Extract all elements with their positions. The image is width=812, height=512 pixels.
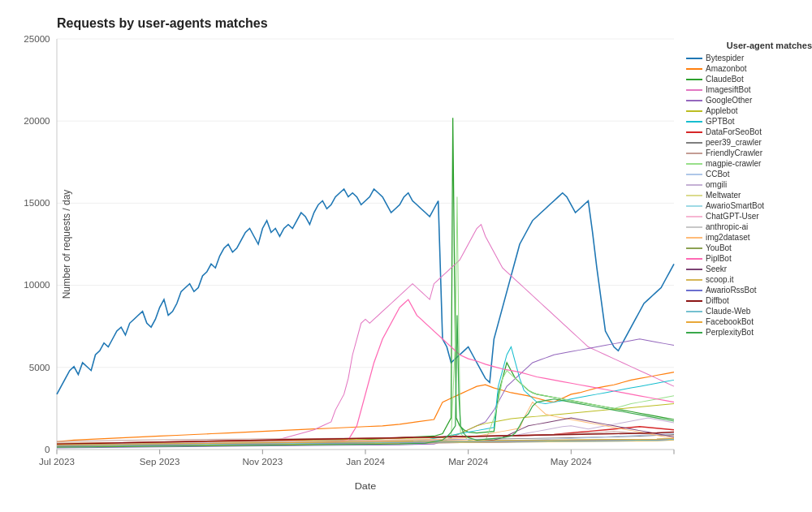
legend-item: anthropic-ai	[686, 222, 812, 231]
legend-color	[686, 174, 702, 175]
legend-item: Applebot	[686, 106, 812, 115]
legend-item: Claude-Web	[686, 307, 812, 316]
legend-color	[686, 216, 702, 217]
legend-item: peer39_crawler	[686, 138, 812, 147]
legend-label: ChatGPT-User	[706, 212, 759, 221]
legend-label: Diffbot	[706, 296, 729, 305]
magpie-line	[57, 197, 674, 446]
legend-label: DataForSeoBot	[706, 127, 762, 136]
legend-label: scoop.it	[706, 275, 733, 284]
legend-label: AwarioSmartBot	[706, 201, 764, 210]
legend-item: DataForSeoBot	[686, 127, 812, 136]
legend-color	[686, 142, 702, 144]
legend-label: GoogleOther	[706, 96, 752, 105]
legend-item: ImagesiftBot	[686, 85, 812, 94]
legend-color	[686, 269, 702, 270]
legend-item: AwarioRssBot	[686, 286, 812, 295]
legend-item: PiplBot	[686, 254, 812, 263]
legend-label: peer39_crawler	[706, 138, 762, 147]
legend-color	[686, 321, 702, 323]
legend-item: img2dataset	[686, 233, 812, 242]
legend-color	[686, 100, 702, 101]
legend-color	[686, 226, 702, 228]
legend-label: Bytespider	[706, 54, 744, 62]
legend-color	[686, 121, 702, 123]
legend-label: magpie-crawler	[706, 159, 761, 168]
legend-label: FriendlyCrawler	[706, 148, 762, 157]
legend-item: FacebookBot	[686, 317, 812, 326]
legend-label: FacebookBot	[706, 317, 754, 326]
legend-label: omgili	[706, 180, 727, 189]
legend-item: GoogleOther	[686, 96, 812, 105]
legend-color	[686, 332, 702, 333]
legend-color	[686, 184, 702, 186]
claudebot-line	[57, 118, 674, 445]
chart-title: Requests by user-agents matches	[57, 16, 804, 31]
svg-text:15000: 15000	[24, 199, 50, 209]
svg-text:Mar 2024: Mar 2024	[448, 458, 488, 467]
legend-item: Amazonbot	[686, 64, 812, 73]
legend-color	[686, 131, 702, 133]
legend-color	[686, 237, 702, 239]
legend-color	[686, 89, 702, 91]
chart-svg: 25000 20000 15000 10000 5000 0 Jul 2023 …	[57, 39, 674, 450]
legend-color	[686, 290, 702, 291]
legend-item: CCBot	[686, 170, 812, 179]
legend-color	[686, 68, 702, 70]
legend-color	[686, 110, 702, 112]
legend-color	[686, 58, 702, 59]
legend-item: FriendlyCrawler	[686, 148, 812, 157]
legend-item: scoop.it	[686, 275, 812, 284]
legend-label: PerplexityBot	[706, 328, 754, 337]
legend-label: Amazonbot	[706, 64, 747, 73]
legend-item: Diffbot	[686, 296, 812, 305]
legend-item: magpie-crawler	[686, 159, 812, 168]
legend-label: AwarioRssBot	[706, 286, 757, 295]
legend-color	[686, 205, 702, 207]
bytespider-line	[57, 189, 674, 394]
legend-color	[686, 279, 702, 281]
legend-title: User-agent matches	[686, 41, 812, 50]
legend-item: Seekr	[686, 265, 812, 273]
legend-color	[686, 258, 702, 260]
legend-label: img2dataset	[706, 233, 749, 242]
svg-text:5000: 5000	[29, 363, 50, 372]
chart-legend: User-agent matches Bytespider Amazonbot …	[686, 41, 812, 338]
chatgpt-line	[57, 299, 674, 446]
chart-container: Requests by user-agents matches Number o…	[0, 0, 812, 512]
legend-item: YouBot	[686, 243, 812, 252]
legend-label: Seekr	[706, 265, 727, 273]
legend-item: Meltwater	[686, 191, 812, 200]
legend-item: omgili	[686, 180, 812, 189]
legend-label: ImagesiftBot	[706, 85, 751, 94]
legend-label: ClaudeBot	[706, 75, 744, 84]
svg-text:20000: 20000	[24, 117, 50, 127]
legend-color	[686, 247, 702, 249]
svg-text:25000: 25000	[24, 34, 50, 44]
legend-color	[686, 195, 702, 196]
svg-text:Nov 2023: Nov 2023	[243, 458, 283, 467]
svg-text:Jul 2023: Jul 2023	[39, 458, 75, 467]
svg-text:Sep 2023: Sep 2023	[140, 458, 180, 467]
legend-label: CCBot	[706, 170, 729, 179]
legend-item: PerplexityBot	[686, 328, 812, 337]
legend-item: Bytespider	[686, 54, 812, 62]
legend-label: GPTBot	[706, 117, 735, 126]
legend-color	[686, 311, 702, 312]
legend-color	[686, 153, 702, 154]
amazonbot-line	[57, 372, 674, 442]
legend-color	[686, 300, 702, 302]
legend-label: YouBot	[706, 243, 732, 252]
legend-item: ClaudeBot	[686, 75, 812, 84]
legend-label: anthropic-ai	[706, 222, 748, 231]
legend-item: ChatGPT-User	[686, 212, 812, 221]
legend-label: Applebot	[706, 106, 737, 115]
legend-color	[686, 79, 702, 80]
legend-color	[686, 163, 702, 165]
svg-text:May 2024: May 2024	[551, 458, 592, 467]
legend-label: PiplBot	[706, 254, 732, 263]
svg-text:10000: 10000	[24, 281, 50, 290]
svg-text:Date: Date	[355, 480, 377, 491]
svg-text:0: 0	[45, 445, 50, 454]
legend-label: Meltwater	[706, 191, 741, 200]
